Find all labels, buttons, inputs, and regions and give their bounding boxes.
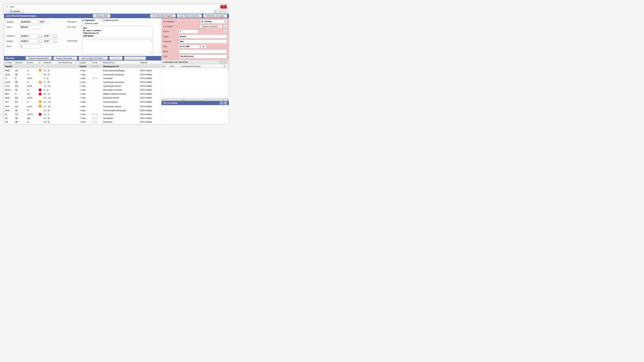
col-header[interactable]: Leistungsbeschreibung <box>180 64 223 68</box>
col-header[interactable]: Material <box>139 61 161 65</box>
gruppe-hinzufuegen-button[interactable]: Labor Gruppe hinzufügen ... <box>79 56 108 60</box>
col-header[interactable]: Gruppe <box>78 61 90 65</box>
name-input[interactable] <box>179 34 227 38</box>
geraet-input[interactable] <box>20 25 41 29</box>
table-row[interactable]: Mon%15%↓4 - 10-> Hae...Monozyten prozent… <box>4 88 161 92</box>
col-header[interactable]: Bezeichnung <box>102 61 139 65</box>
scroll-right-icon[interactable]: ► <box>226 98 229 101</box>
table-row[interactable]: THT0.1%0.1 - 0.5-> Hae...Thrombozytenkri… <box>4 100 161 104</box>
table-group-row[interactable]: HaemIIIHaemIII8270.00Hämatogramm III <box>4 65 161 68</box>
vorname-input[interactable] <box>179 39 227 43</box>
abnahme-time-picker-icon[interactable]: … <box>54 34 57 38</box>
col-header[interactable]: Anz <box>162 64 169 68</box>
patnr-label: Pat Nr <box>6 45 19 47</box>
abnahme-date-picker-icon[interactable]: … <box>38 34 42 38</box>
col-header[interactable]: S <box>223 64 229 68</box>
patient-lookup-icon[interactable] <box>223 30 227 33</box>
col-header[interactable]: Code <box>169 64 180 68</box>
svg-point-0 <box>225 31 226 31</box>
table-row[interactable]: Gra#1.2mm³/L1.2 - 6.8-> Hae...Granulozyt… <box>4 104 161 109</box>
analysen-blatt-button[interactable]: Analysen-Blatt <box>93 14 110 18</box>
verbuchen-zeigen-button[interactable]: Verbuchen und zeigen <box>203 14 227 18</box>
verrechnen-button[interactable]: Verrechnen Ja/Nein <box>124 56 146 60</box>
abnahme-date-input[interactable] <box>20 34 38 38</box>
text-detail-icon[interactable] <box>224 101 227 105</box>
analyse-date-picker-icon[interactable]: … <box>38 39 42 43</box>
table-row[interactable]: Lc5x10⁹/L4 - 10-> Hae...1532.00Leukozyte… <box>4 77 161 80</box>
abnahme-time-input[interactable] <box>43 34 53 38</box>
eingang-date-input[interactable] <box>20 20 38 24</box>
eingang-time-input[interactable] <box>38 20 48 24</box>
leistung-remove-button[interactable]: − <box>220 60 223 64</box>
col-header[interactable]: Ref. Bewertung <box>58 61 75 65</box>
col-header[interactable]: Referenz <box>43 61 58 65</box>
scroll-up-icon[interactable]: ▲ <box>151 40 152 42</box>
results-table-wrap[interactable]: A-CodeResultatEinheitRReferenzRef. Bewer… <box>4 60 161 124</box>
beruf-input[interactable] <box>179 49 227 53</box>
table-row[interactable]: Gra%45%43 - 76-> Hae...Granulozyten proz… <box>4 73 161 77</box>
text-prev-button[interactable]: ◄ <box>220 101 223 105</box>
leistung-add-button[interactable]: + <box>224 60 227 64</box>
patient-auswaehlen-button[interactable]: Patient auswählen ... <box>200 25 222 28</box>
vorname-label: Vorname <box>164 40 178 43</box>
cancel-icon[interactable]: ✕ <box>218 10 222 13</box>
text-analyse-title: Text zu Analyse <box>163 102 178 104</box>
right-patnr-input[interactable] <box>179 29 198 33</box>
col-header[interactable]: R <box>38 61 42 65</box>
geb-input[interactable] <box>179 44 200 48</box>
confirm-icon[interactable]: ✓ <box>223 10 227 13</box>
table-row[interactable]: MPV3µm³↓6.5 - 11-> Hae...Mittleres Plätt… <box>4 92 161 96</box>
table-row[interactable]: Ec1.5x10¹²/L↓4.2 - 6-> Hae...1297.00Eryt… <box>4 112 161 116</box>
analyse-date-input[interactable] <box>20 39 38 43</box>
table-row[interactable]: Lym#1.5mm³/L1.2 - 3.2-> Hae...Lymphozyte… <box>4 84 161 88</box>
col-header[interactable]: T <box>75 61 78 65</box>
original-wiederherstellen-button[interactable]: Original wiederherstellen <box>26 56 52 60</box>
leistungen-hscroll[interactable]: ◄ ||| ► <box>162 98 229 101</box>
patient-label: Für Patient <box>164 25 178 28</box>
patient-panel: Für Mandant Dr. Achilles▾ Für Patient Pa… <box>162 18 229 60</box>
eingang-label: Eingang <box>6 21 19 23</box>
radio-eigenlabor[interactable]: Eigenlabor <box>82 19 95 21</box>
scroll-left-icon[interactable]: ◄ <box>162 98 164 101</box>
table-row[interactable]: PDW15%10 - 18-> Hae...Thrombozytenvertei… <box>4 109 161 112</box>
entry-form: Eingang Gerät Abnahme … … <box>4 18 161 56</box>
table-row[interactable]: Hkt40%38 - 52-> Hae...1375.00HämatokritE… <box>4 120 161 124</box>
patnr-input[interactable] <box>20 44 41 48</box>
leistungen-table-wrap[interactable]: AnzCodeLeistungsbeschreibungS ▲ <box>162 64 229 98</box>
bemerkung-label: Bemerkung <box>68 40 81 42</box>
col-header[interactable]: A-Code <box>4 61 14 65</box>
table-row[interactable]: Hb15g/dL14 - 18-> Hae...1396.01Hämoglobi… <box>4 116 161 120</box>
patient-link-icon[interactable] <box>223 25 227 28</box>
text-analyse-area[interactable] <box>162 105 229 124</box>
scroll-up-icon[interactable]: ▲ <box>227 69 228 70</box>
zum-patient-button[interactable]: Zum Patient verbuchen <box>177 14 202 18</box>
radio-externes-labor[interactable]: Externes Labor <box>82 22 118 25</box>
table-row[interactable]: RDW10%10 - 15-> Hae...Erythrozytenvertei… <box>4 68 161 73</box>
col-header[interactable]: Einheit <box>26 61 38 65</box>
analyse-hinzufuegen-button[interactable]: Analyse hinzufügen ... <box>53 56 77 60</box>
bemerkung-textarea[interactable]: ▲ ▼ <box>82 40 153 54</box>
analyse-time-input[interactable] <box>43 39 53 43</box>
gender-input[interactable] <box>201 44 206 48</box>
entfernen-button[interactable]: Entfernen <box>109 56 122 60</box>
results-table: A-CodeResultatEinheitRReferenzRef. Bewer… <box>4 60 161 124</box>
trash-icon[interactable] <box>214 10 218 13</box>
table-row[interactable]: Lym%16%↓17 - 48-> Hae...Lymphozyten proz… <box>4 80 161 84</box>
table-row[interactable]: Mon#0.5mm³/L0.3 - 0.8-> Hae...Monozyten … <box>4 96 161 100</box>
leistungen-title: Leistungen zum Verbuchen <box>163 61 188 63</box>
als-kontrolliert-button[interactable]: Als kontrolliert freigeben <box>150 14 176 18</box>
col-header[interactable]: Resultat <box>14 61 26 65</box>
doctor-pill[interactable]: Dr. Achilles <box>6 10 24 13</box>
radio-qualitaetskontrolle[interactable]: Qualitätskontrolle <box>100 19 118 21</box>
von-labor-label: Von Labor <box>68 26 81 28</box>
labor-window: Labor ✕ Dr. Achilles ✕ ✓ Labor-Resultat … <box>4 4 229 124</box>
svn-label: SVN <box>164 55 178 58</box>
window-close-button[interactable]: ✕ <box>220 5 227 8</box>
svn-input[interactable] <box>179 54 227 58</box>
von-labor-textarea[interactable]: HerrDr. med. A. AchillesTäfernstrasse 15… <box>82 26 153 38</box>
scroll-down-icon[interactable]: ▼ <box>151 52 152 54</box>
analyse-time-picker-icon[interactable]: … <box>54 39 57 43</box>
col-header[interactable]: T-Code <box>90 61 102 65</box>
mandant-select[interactable]: Dr. Achilles▾ <box>200 20 227 23</box>
window-title: Labor <box>9 5 14 8</box>
